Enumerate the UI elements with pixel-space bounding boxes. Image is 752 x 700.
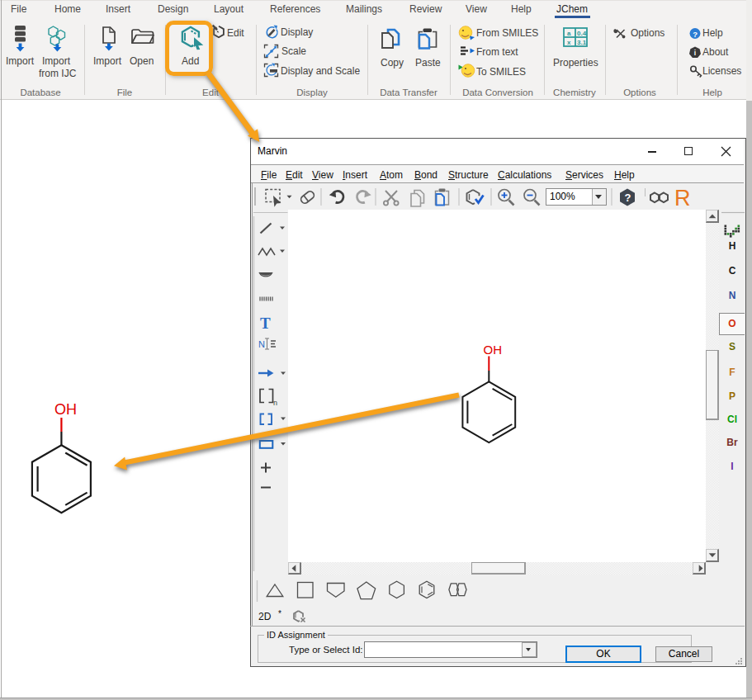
svg-text:?: ? [625, 192, 631, 204]
svg-text:T: T [260, 315, 271, 332]
svg-text:N: N [258, 339, 265, 349]
svg-text:OH: OH [54, 401, 77, 418]
svg-text:n: n [273, 399, 277, 407]
svg-text:R: R [674, 186, 691, 210]
